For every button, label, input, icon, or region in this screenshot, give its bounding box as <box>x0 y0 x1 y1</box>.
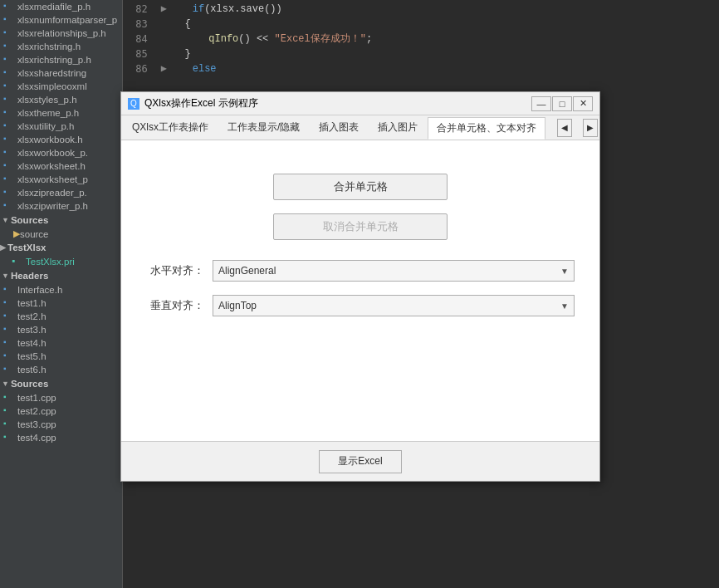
list-item[interactable]: ▪ test4.h <box>0 336 122 350</box>
list-item[interactable]: ▪ Interface.h <box>0 283 122 296</box>
chevron-right-icon: ▶ <box>0 243 6 252</box>
list-item[interactable]: ▪ xlsxworkbook.h <box>0 133 122 146</box>
list-item[interactable]: ▪ test2.h <box>0 310 122 323</box>
h-file-icon: ▪ <box>3 350 15 362</box>
filename: xlsxworksheet.h <box>17 161 86 171</box>
chevron-down-icon: ▼ <box>2 216 9 224</box>
dialog-footer: 显示Excel <box>121 441 599 481</box>
h-file-icon: ▪ <box>3 67 15 79</box>
show-excel-button[interactable]: 显示Excel <box>319 450 402 473</box>
chevron-down-icon-3: ▼ <box>2 380 9 388</box>
filename: xlsxtheme_p.h <box>17 108 79 118</box>
maximize-button[interactable]: □ <box>552 96 572 111</box>
sources-section-1[interactable]: ▼ Sources <box>0 213 122 228</box>
h-file-icon: ▪ <box>3 134 15 145</box>
source-folder-label: source <box>20 229 49 239</box>
list-item[interactable]: ▪ test3.cpp <box>0 418 122 431</box>
filename: xlsxutility_p.h <box>17 121 74 131</box>
list-item[interactable]: ▪ xlsxsimpleooxml <box>0 80 122 93</box>
unmerge-cells-button[interactable]: 取消合并单元格 <box>273 213 448 240</box>
valign-label: 垂直对齐： <box>146 298 204 313</box>
valign-select[interactable]: AlignTop ▼ <box>213 295 575 316</box>
filename: xlsxrelationships_p.h <box>17 28 106 38</box>
h-file-icon: ▪ <box>3 54 15 66</box>
folder-icon: ▶ <box>13 228 20 239</box>
list-item[interactable]: ▪ xlsxrichstring.h <box>0 40 122 53</box>
tab-insert-chart[interactable]: 插入图表 <box>310 116 368 139</box>
h-file-icon: ▪ <box>3 147 15 159</box>
list-item[interactable]: ▪ xlsxzipreader_p. <box>0 186 122 199</box>
headers-label: Headers <box>11 271 48 281</box>
list-item[interactable]: ▪ xlsxworksheet.h <box>0 159 122 173</box>
list-item[interactable]: ▪ xlsxrichstring_p.h <box>0 53 122 66</box>
tab-merge-cells[interactable]: 合并单元格、文本对齐 <box>428 117 545 140</box>
tab-worksheet-ops[interactable]: QXlsx工作表操作 <box>123 116 218 139</box>
tab-scroll-right[interactable]: ▶ <box>583 119 598 137</box>
dialog-body: 合并单元格 取消合并单元格 水平对齐： AlignGeneral ▼ 垂直对齐：… <box>121 140 599 441</box>
halign-select[interactable]: AlignGeneral ▼ <box>213 260 575 282</box>
list-item[interactable]: ▪ test3.h <box>0 323 122 336</box>
headers-section[interactable]: ▼ Headers <box>0 268 122 283</box>
h-file-icon: ▪ <box>3 120 15 132</box>
cpp-file-icon: ▪ <box>3 405 15 417</box>
list-item[interactable]: ▪ test4.cpp <box>0 431 122 444</box>
testxlsx-section[interactable]: ▶ TestXlsx <box>0 240 122 255</box>
h-file-icon: ▪ <box>3 160 15 172</box>
testxlsx-label: TestXlsx <box>7 243 46 252</box>
list-item[interactable]: ▪ xlsxmediafile_p.h <box>0 0 122 13</box>
filename: xlsxnumformatparser_p <box>17 15 117 25</box>
list-item[interactable]: ▪ xlsxzipwriter_p.h <box>0 199 122 213</box>
h-file-icon: ▪ <box>3 337 15 349</box>
minimize-button[interactable]: — <box>531 96 551 111</box>
h-file-icon: ▪ <box>3 187 15 198</box>
list-item[interactable]: ▪ test1.h <box>0 296 122 310</box>
filename: xlsxworkbook.h <box>17 135 83 145</box>
list-item[interactable]: ▪ xlsxsharedstring <box>0 66 122 80</box>
h-file-icon: ▪ <box>3 324 15 336</box>
list-item[interactable]: ▪ test1.cpp <box>0 391 122 404</box>
list-item[interactable]: ▪ xlsxnumformatparser_p <box>0 13 122 27</box>
source-folder[interactable]: ▶ source <box>0 228 122 240</box>
filename: xlsxrichstring.h <box>17 42 81 51</box>
h-file-icon: ▪ <box>3 174 15 185</box>
h-file-icon: ▪ <box>3 1 15 12</box>
halign-dropdown-arrow: ▼ <box>560 267 569 276</box>
cpp-file-icon: ▪ <box>3 419 15 430</box>
dialog-title: QXlsx操作Excel 示例程序 <box>144 96 531 110</box>
list-item[interactable]: ▪ xlsxworksheet_p <box>0 173 122 186</box>
pri-file[interactable]: ▪ TestXlsx.pri <box>0 255 122 268</box>
h-file-icon: ▪ <box>3 14 15 26</box>
list-item[interactable]: ▪ xlsxutility_p.h <box>0 120 122 133</box>
dialog-app-icon: Q <box>128 98 139 110</box>
file-sidebar: ▪ xlsxmediafile_p.h ▪ xlsxnumformatparse… <box>0 0 123 588</box>
valign-dropdown-arrow: ▼ <box>560 301 569 311</box>
halign-label: 水平对齐： <box>146 263 204 278</box>
chevron-down-icon-2: ▼ <box>2 272 9 280</box>
dialog-window: Q QXlsx操作Excel 示例程序 — □ ✕ QXlsx工作表操作 工作表… <box>120 91 600 482</box>
list-item[interactable]: ▪ xlsxworkbook_p. <box>0 146 122 159</box>
h-file-icon: ▪ <box>3 107 15 119</box>
cpp-file-icon: ▪ <box>3 392 15 404</box>
list-item[interactable]: ▪ test5.h <box>0 350 122 363</box>
tab-sheet-visibility[interactable]: 工作表显示/隐藏 <box>218 116 309 139</box>
filename: xlsxzipwriter_p.h <box>17 201 88 211</box>
sources-label-1: Sources <box>11 215 48 225</box>
sources-section-2[interactable]: ▼ Sources <box>0 376 122 391</box>
list-item[interactable]: ▪ xlsxrelationships_p.h <box>0 27 122 40</box>
sources-label-2: Sources <box>11 379 48 389</box>
tab-scroll-left[interactable]: ◀ <box>557 119 572 137</box>
close-button[interactable]: ✕ <box>573 96 593 111</box>
h-file-icon: ▪ <box>3 311 15 322</box>
list-item[interactable]: ▪ test2.cpp <box>0 404 122 418</box>
merge-cells-button[interactable]: 合并单元格 <box>273 174 448 200</box>
valign-value: AlignTop <box>218 300 257 311</box>
list-item[interactable]: ▪ test6.h <box>0 363 122 376</box>
filename: xlsxworksheet_p <box>17 174 88 184</box>
list-item[interactable]: ▪ xlsxstyles_p.h <box>0 93 122 106</box>
filename: xlsxworkbook_p. <box>17 148 88 158</box>
filename: xlsxmediafile_p.h <box>17 2 90 12</box>
tab-insert-image[interactable]: 插入图片 <box>369 116 427 139</box>
list-item[interactable]: ▪ xlsxtheme_p.h <box>0 106 122 120</box>
dialog-titlebar: Q QXlsx操作Excel 示例程序 — □ ✕ <box>121 92 599 115</box>
filename: xlsxsharedstring <box>17 68 86 78</box>
